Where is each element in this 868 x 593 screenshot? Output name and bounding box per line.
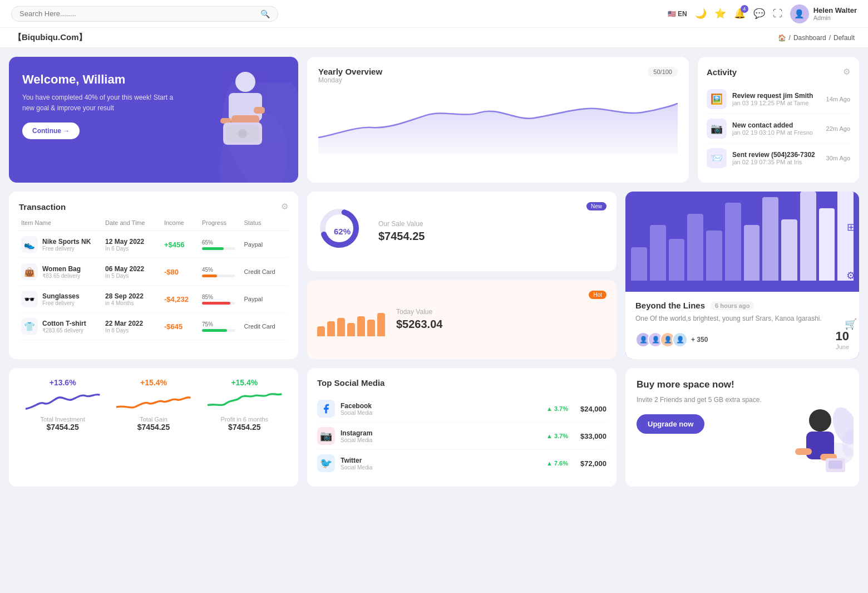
stat-item: +15.4% Profit in 6 months $7454.25 (202, 378, 287, 477)
beyond-wrapper: Beyond the Lines 6 hours ago One Of the … (625, 192, 859, 359)
upgrade-button[interactable]: Upgrade now (637, 414, 704, 434)
activity-item-title: Review request jim Smith (732, 92, 821, 100)
item-income: -$645 (164, 322, 202, 331)
social-val: $33,000 (580, 432, 606, 440)
search-input[interactable] (19, 9, 260, 18)
continue-button[interactable]: Continue → (22, 122, 80, 139)
item-date: 28 Sep 2022 (105, 292, 164, 300)
item-icon: 👟 (21, 236, 38, 253)
theme-toggle-icon[interactable]: 🌙 (695, 8, 707, 19)
cart-icon[interactable]: 🛒 (845, 318, 857, 330)
breadcrumb-default[interactable]: Default (834, 34, 855, 42)
avatar: 👤 (790, 4, 809, 23)
stat-pct: +13.6% (50, 378, 76, 387)
upgrade-illustration (765, 398, 854, 487)
notification-icon[interactable]: 🔔 4 (734, 8, 746, 19)
activity-list: 🖼️ Review request jim Smith jan 03 19 12… (707, 85, 850, 173)
beyond-desc: One Of the world,s brightest, young surf… (635, 313, 849, 324)
beyond-bar (725, 203, 741, 281)
sparkline (202, 390, 287, 413)
sale-info-title: Our Sale Value (378, 220, 575, 228)
beyond-footer: 👤 👤 👤 👤 + 350 10 June (635, 329, 849, 350)
item-sub: ₹283.65 delivery (42, 327, 86, 334)
welcome-desc: You have completed 40% of your this week… (22, 92, 180, 114)
sale-donut-label: 62% (334, 227, 351, 236)
item-name: Women Bag (42, 265, 81, 273)
col-income: Income (164, 219, 202, 226)
yearly-title: Yearly Overview (318, 67, 382, 76)
beyond-bar (650, 225, 666, 281)
welcome-card: Welcome, William You have completed 40% … (9, 57, 298, 183)
star-icon[interactable]: ⭐ (714, 8, 726, 19)
row2: Transaction ⚙ Item Name Date and Time In… (9, 192, 859, 359)
item-income: -$4,232 (164, 295, 202, 303)
svg-rect-20 (828, 460, 842, 469)
notification-badge: 4 (741, 5, 748, 13)
beyond-info: Beyond the Lines 6 hours ago One Of the … (625, 292, 859, 359)
settings-icon[interactable]: ⚙ (846, 269, 855, 282)
search-bar[interactable]: 🔍 (11, 6, 278, 22)
table-row: 👜 Women Bag ₹83.65 delivery 06 May 2022 … (19, 258, 288, 286)
mini-bar (357, 316, 365, 336)
progress-label: 75% (202, 321, 244, 327)
progress-bar (202, 329, 235, 332)
social-rows: Facebook Social Media ▲ 3.7% $24,000 📷 I… (317, 395, 606, 477)
row3: +13.6% Total Investment $7454.25 +15.4% … (9, 368, 859, 487)
social-sub: Social Media (341, 410, 372, 416)
item-sub: Free delivery (42, 246, 91, 252)
message-icon[interactable]: 💬 (753, 8, 765, 19)
sparkline (20, 390, 105, 413)
avatar-4: 👤 (672, 332, 688, 347)
item-status: Paypal (244, 241, 286, 248)
breadcrumb-dashboard[interactable]: Dashboard (793, 34, 826, 42)
stat-value: $7454.25 (228, 423, 260, 432)
language-selector[interactable]: 🇺🇸 EN (668, 10, 687, 18)
activity-info: Review request jim Smith jan 03 19 12:25… (732, 92, 821, 106)
beyond-bar (669, 239, 685, 281)
item-income: -$80 (164, 268, 202, 276)
grid-icon[interactable]: ⊞ (847, 221, 855, 233)
transaction-header: Transaction ⚙ (19, 202, 288, 212)
transaction-gear-icon[interactable]: ⚙ (281, 202, 288, 212)
stat-value: $7454.25 (46, 423, 78, 432)
user-role: Admin (813, 14, 857, 21)
beyond-chart (625, 192, 859, 292)
col-date: Date and Time (105, 219, 164, 226)
beyond-bar (687, 214, 703, 281)
table-row: 👟 Nike Sports NK Free delivery 12 May 20… (19, 231, 288, 258)
item-days: In 8 Days (105, 327, 164, 334)
sale-info: Our Sale Value $7454.25 (378, 220, 575, 243)
avatar-group: 👤 👤 👤 👤 (635, 332, 688, 347)
sparkline (111, 390, 196, 413)
activity-item-time: 30m Ago (826, 155, 850, 161)
item-name-col: 👕 Cotton T-shirt ₹283.65 delivery (21, 318, 105, 335)
social-icon: 🐦 (317, 454, 335, 472)
activity-header: Activity ⚙ (707, 67, 850, 77)
social-row: 🐦 Twitter Social Media ▲ 7.6% $72,000 (317, 450, 606, 477)
social-val: $72,000 (580, 459, 606, 468)
stat-item: +15.4% Total Gain $7454.25 (111, 378, 196, 477)
expand-icon[interactable]: ⛶ (773, 8, 782, 19)
welcome-illustration (198, 62, 287, 163)
progress-fill (202, 247, 224, 250)
item-icon: 👜 (21, 263, 38, 280)
social-icon (317, 400, 335, 418)
activity-item-time: 22m Ago (826, 125, 850, 132)
progress-label: 45% (202, 267, 244, 273)
sale-bar-chart (317, 303, 385, 336)
home-icon[interactable]: 🏠 (778, 34, 786, 42)
yearly-header: Yearly Overview Monday 50/100 (318, 67, 678, 84)
item-name-col: 🕶️ Sunglasses Free delivery (21, 291, 105, 307)
stat-pct: +15.4% (140, 378, 167, 387)
sale-new-badge: New (586, 202, 606, 210)
progress-bar (202, 247, 235, 250)
item-date: 12 May 2022 (105, 238, 164, 246)
social-icon: 📷 (317, 427, 335, 445)
social-name: Instagram (341, 429, 372, 437)
item-sub: Free delivery (42, 300, 80, 306)
activity-gear-icon[interactable]: ⚙ (843, 67, 850, 77)
item-name-col: 👟 Nike Sports NK Free delivery (21, 236, 105, 253)
activity-item-sub: jan 03 19 12:25 PM at Tame (732, 100, 821, 106)
item-name: Sunglasses (42, 292, 80, 300)
progress-fill (202, 329, 227, 332)
